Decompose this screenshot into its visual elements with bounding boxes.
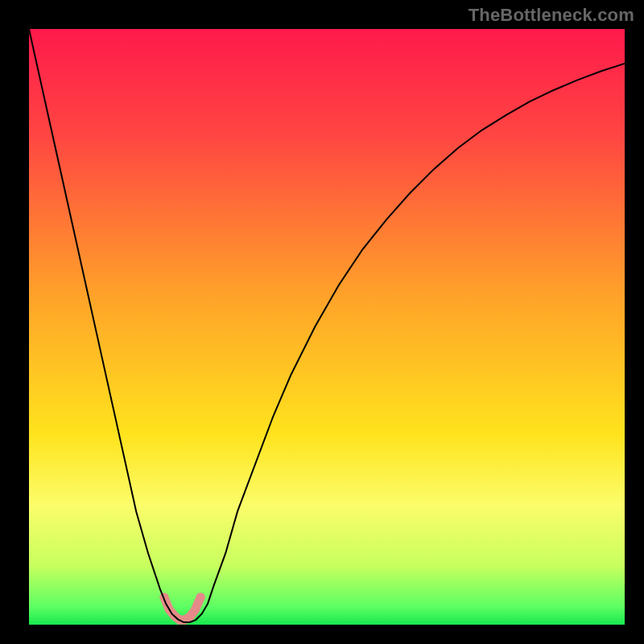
highlight-dot <box>185 613 194 621</box>
highlight-dot <box>196 592 205 601</box>
highlight-dot <box>191 605 200 614</box>
bottleneck-highlight <box>159 592 204 624</box>
watermark-text: TheBottleneck.com <box>469 5 634 26</box>
bottleneck-curve <box>29 29 625 622</box>
chart-frame: TheBottleneck.com <box>0 0 644 644</box>
curve-layer <box>29 29 625 625</box>
